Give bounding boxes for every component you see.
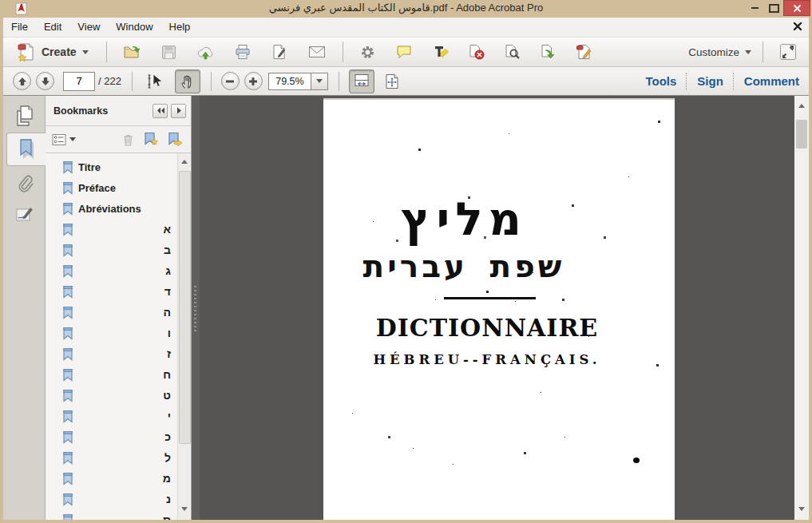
maximize-icon xyxy=(769,4,779,13)
signature-icon xyxy=(14,204,35,225)
edit-document-button[interactable] xyxy=(572,40,597,64)
bookmark-item[interactable]: ג xyxy=(46,260,177,281)
zoom-out-button[interactable] xyxy=(221,72,240,90)
export-document-button[interactable] xyxy=(536,40,560,64)
new-bookmark-button[interactable] xyxy=(143,132,159,147)
menu-view[interactable]: View xyxy=(69,18,108,37)
menu-help[interactable]: Help xyxy=(161,18,199,37)
bookmark-item[interactable]: ו xyxy=(46,323,177,343)
scan-noise xyxy=(323,100,324,101)
bookmark-label: Titre xyxy=(78,161,177,173)
print-button[interactable] xyxy=(230,40,255,64)
bookmarks-tab[interactable] xyxy=(6,133,47,166)
close-button[interactable] xyxy=(783,0,810,16)
arrow-up-icon xyxy=(181,160,188,164)
preferences-button[interactable] xyxy=(355,41,380,64)
sign-document-button[interactable] xyxy=(267,40,292,64)
bookmark-item[interactable]: Préface xyxy=(46,177,177,198)
bookmark-item[interactable]: ב xyxy=(46,240,177,260)
scroll-down-button[interactable] xyxy=(178,502,190,515)
zoom-in-button[interactable] xyxy=(244,72,263,90)
bookmark-label: י xyxy=(78,410,177,422)
menu-file[interactable]: File xyxy=(3,18,36,37)
scrollbar-thumb[interactable] xyxy=(179,171,191,444)
zoom-dropdown-button[interactable] xyxy=(311,73,328,90)
bookmark-item[interactable]: י xyxy=(46,406,177,426)
comment-pane-button[interactable]: Comment xyxy=(744,74,799,88)
tools-pane-button[interactable]: Tools xyxy=(645,74,676,88)
cloud-upload-button[interactable] xyxy=(192,41,219,64)
text-highlight-button[interactable] xyxy=(428,41,453,64)
menu-window[interactable]: Window xyxy=(108,18,160,37)
bookmark-item[interactable]: ח xyxy=(46,364,177,385)
bookmark-item[interactable]: ס xyxy=(46,509,177,520)
bookmark-item[interactable]: נ xyxy=(46,489,177,509)
customize-caret-icon xyxy=(745,50,751,54)
collapse-panel-button[interactable] xyxy=(152,104,168,118)
delete-bookmark-button[interactable] xyxy=(121,133,135,147)
scroll-up-button[interactable] xyxy=(794,99,809,112)
bookmark-item[interactable]: ד xyxy=(46,281,177,302)
main-title: DICTIONNAIRE xyxy=(323,314,651,342)
bookmark-item[interactable]: ה xyxy=(46,302,177,323)
bookmark-item[interactable]: מ xyxy=(46,468,177,489)
customize-button[interactable]: Customize xyxy=(688,46,751,58)
signatures-tab[interactable] xyxy=(10,201,40,228)
customize-label: Customize xyxy=(688,46,739,58)
bookmarks-scrollbar[interactable] xyxy=(177,153,190,520)
search-document-button[interactable] xyxy=(500,40,525,64)
bookmark-icon xyxy=(62,306,73,319)
panel-splitter[interactable] xyxy=(192,96,200,520)
sign-pane-button[interactable]: Sign xyxy=(697,74,723,88)
scroll-up-button[interactable] xyxy=(178,155,190,168)
bookmark-icon xyxy=(62,513,73,521)
bookmark-item[interactable]: ז xyxy=(46,343,177,364)
comment-button[interactable] xyxy=(391,41,417,63)
attachments-tab[interactable] xyxy=(10,171,40,198)
expand-panel-button[interactable] xyxy=(171,104,186,118)
bookmark-item[interactable]: ל xyxy=(46,447,177,468)
page-thumbnails-tab[interactable] xyxy=(10,102,40,129)
acrobat-logo-icon xyxy=(15,2,27,15)
bookmark-highlight-button[interactable] xyxy=(167,132,183,147)
bookmark-item[interactable]: Titre xyxy=(46,157,177,177)
double-left-icon xyxy=(156,107,164,114)
delete-pages-button[interactable] xyxy=(464,40,489,64)
single-page-button[interactable] xyxy=(379,69,405,93)
scroll-down-button[interactable] xyxy=(794,502,809,515)
hand-tool-button[interactable] xyxy=(175,69,200,93)
bookmark-item[interactable]: Abréviations xyxy=(46,198,177,219)
document-pane[interactable]: מליץ שפת עברית DICTIONNAIRE HÉBREU--FRAN… xyxy=(200,96,794,520)
create-pdf-icon xyxy=(17,42,36,62)
zoom-level-value[interactable]: 79.5% xyxy=(268,73,311,90)
scrolling-mode-button[interactable] xyxy=(349,69,374,93)
bookmark-item[interactable]: ט xyxy=(46,385,177,406)
minus-icon xyxy=(225,77,235,86)
document-scrollbar[interactable] xyxy=(794,96,809,520)
select-tool-button[interactable] xyxy=(142,69,169,94)
bookmark-item[interactable]: כ xyxy=(46,426,177,447)
bookmark-list: Titre Préface Abréviations א ב ג ד xyxy=(46,153,177,520)
bookmarks-panel-header: Bookmarks xyxy=(46,96,191,126)
scrollbar-thumb[interactable] xyxy=(796,120,807,149)
zoom-level-control[interactable]: 79.5% xyxy=(268,73,328,90)
bookmark-item[interactable]: א xyxy=(46,219,177,240)
pdf-page[interactable]: מליץ שפת עברית DICTIONNAIRE HÉBREU--FRAN… xyxy=(323,98,675,520)
email-button[interactable] xyxy=(303,41,331,63)
page-number-input[interactable] xyxy=(63,72,95,91)
close-document-button[interactable] xyxy=(793,22,802,31)
next-page-button[interactable] xyxy=(36,72,54,90)
maximize-button[interactable] xyxy=(764,0,783,16)
bookmark-options-button[interactable] xyxy=(52,133,117,146)
fit-page-icon xyxy=(383,73,401,90)
subtitle: HÉBREU--FRANÇAIS. xyxy=(323,352,651,367)
bookmark-label: ל xyxy=(78,451,177,464)
create-button[interactable]: Create xyxy=(11,39,94,65)
menu-edit[interactable]: Edit xyxy=(36,18,69,37)
save-button[interactable] xyxy=(156,41,181,64)
fullscreen-button[interactable] xyxy=(775,40,801,64)
open-file-button[interactable] xyxy=(119,40,145,64)
minimize-button[interactable] xyxy=(745,0,764,16)
previous-page-button[interactable] xyxy=(13,72,31,90)
bookmark-icon xyxy=(62,389,73,402)
